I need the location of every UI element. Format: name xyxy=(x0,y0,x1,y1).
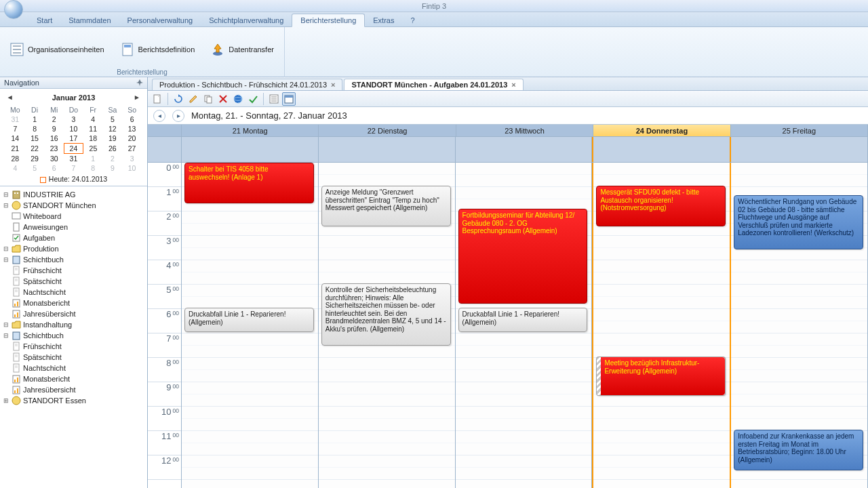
tree-node[interactable]: ⊟Schichtbuch xyxy=(1,254,146,265)
close-tab-button[interactable]: × xyxy=(511,81,515,89)
calendar-day[interactable]: 10 xyxy=(122,163,142,173)
tree-node[interactable]: Whiteboard xyxy=(1,211,146,222)
calendar-day[interactable]: 3 xyxy=(64,115,83,124)
edit-button[interactable] xyxy=(186,92,200,106)
allday-band[interactable] xyxy=(456,137,593,162)
tree-node[interactable]: Monatsbericht xyxy=(1,373,146,384)
calendar-event[interactable]: Anzeige Meldung "Grenzwert überschritten… xyxy=(321,186,451,226)
calendar-day[interactable]: 3 xyxy=(122,154,142,164)
calendar-day[interactable]: 20 xyxy=(122,134,142,144)
calendar-day[interactable]: 1 xyxy=(25,115,45,124)
tree-expander[interactable]: ⊟ xyxy=(3,202,9,209)
calendar-day[interactable]: 16 xyxy=(44,134,64,144)
calendar-day[interactable]: 2 xyxy=(103,154,123,164)
calendar-event[interactable]: Messgerät SFDU90 defekt - bitte Austausc… xyxy=(596,186,726,226)
calendar-day[interactable]: 7 xyxy=(64,163,83,173)
calendar-day[interactable]: 2 xyxy=(44,115,64,124)
calendar-day[interactable]: 7 xyxy=(5,124,25,134)
ribbon-tab-schichtplanverwaltung[interactable]: Schichtplanverwaltung xyxy=(201,14,292,26)
report-definition-button[interactable]: Berichtsdefinition xyxy=(116,40,200,59)
allday-band[interactable] xyxy=(592,137,731,162)
calendar-day[interactable]: 31 xyxy=(64,154,83,164)
tree-node[interactable]: ⊟INDUSTRIE AG xyxy=(1,189,146,200)
calendar-day[interactable]: 1 xyxy=(83,154,103,164)
list-view-button[interactable] xyxy=(267,92,281,106)
calendar-event[interactable]: Wöchentlicher Rundgang von Gebäude 02 bi… xyxy=(734,195,863,249)
tree-expander[interactable]: ⊞ xyxy=(3,397,9,404)
allday-band[interactable] xyxy=(731,137,868,162)
close-tab-button[interactable]: × xyxy=(331,81,335,89)
prev-week-button[interactable]: ◂ xyxy=(153,110,165,122)
calendar-day[interactable]: 9 xyxy=(44,124,64,134)
new-button[interactable] xyxy=(151,92,164,106)
calendar-day[interactable]: 27 xyxy=(122,144,142,154)
calendar-day[interactable]: 28 xyxy=(5,154,25,164)
copy-button[interactable] xyxy=(201,92,215,106)
tree-node[interactable]: ⊟STANDORT München xyxy=(1,200,146,211)
ribbon-tab-start[interactable]: Start xyxy=(28,14,60,26)
tree-node[interactable]: Frühschicht xyxy=(1,341,146,352)
calendar-grid[interactable]: 21 Montag22 Dienstag23 Mittwoch24 Donner… xyxy=(148,125,868,488)
calendar-event[interactable]: Druckabfall Linie 1 - Reparieren! (Allge… xyxy=(184,308,314,332)
calendar-day[interactable]: 29 xyxy=(25,154,45,164)
calendar-day[interactable]: 31 xyxy=(5,115,25,124)
calendar-day[interactable]: 10 xyxy=(64,124,83,134)
tree-expander[interactable]: ⊟ xyxy=(3,321,9,328)
calendar-day[interactable]: 19 xyxy=(103,134,123,144)
check-button[interactable] xyxy=(246,92,260,106)
ribbon-tab-extras[interactable]: Extras xyxy=(365,14,402,26)
tree-node[interactable]: Frühschicht xyxy=(1,265,146,276)
calendar-event[interactable]: Fortbildungsseminar für Abteilung 12/ Ge… xyxy=(458,209,588,304)
calendar-day[interactable]: 15 xyxy=(25,134,45,144)
calendar-day[interactable]: 8 xyxy=(25,124,45,134)
day-header[interactable]: 25 Freitag xyxy=(731,125,868,136)
calendar-event[interactable]: Infoabend zur Krankenkasse an jedem erst… xyxy=(734,430,863,470)
tree-node[interactable]: Aufgaben xyxy=(1,232,146,243)
calendar-day[interactable]: 17 xyxy=(64,134,83,144)
refresh-button[interactable] xyxy=(172,92,185,106)
ribbon-tab-stammdaten[interactable]: Stammdaten xyxy=(60,14,119,26)
pin-icon[interactable] xyxy=(136,79,143,86)
day-header[interactable]: 23 Mittwoch xyxy=(456,125,593,136)
calendar-day[interactable]: 6 xyxy=(44,163,64,173)
allday-band[interactable] xyxy=(319,137,456,162)
tree-node[interactable]: ⊟Instandhaltung xyxy=(1,319,146,330)
calendar-day[interactable]: 12 xyxy=(103,124,123,134)
day-header[interactable]: 24 Donnerstag xyxy=(593,125,730,136)
app-orb-button[interactable] xyxy=(4,0,23,19)
ribbon-tab-personalverwaltung[interactable]: Personalverwaltung xyxy=(119,14,201,26)
document-tab[interactable]: Produktion - Schichtbuch - Frühschicht 2… xyxy=(152,79,342,90)
calendar-day[interactable]: 25 xyxy=(83,144,103,154)
calendar-day[interactable]: 22 xyxy=(25,144,45,154)
calendar-day[interactable]: 18 xyxy=(83,134,103,144)
org-units-button[interactable]: Organisationseinheiten xyxy=(5,40,109,59)
document-tab[interactable]: STANDORT München - Aufgaben 24.01.2013× xyxy=(344,79,523,90)
day-header[interactable]: 22 Dienstag xyxy=(319,125,456,136)
tree-node[interactable]: Jahresübersicht xyxy=(1,308,146,319)
calendar-day[interactable]: 13 xyxy=(122,124,142,134)
calendar-day[interactable]: 4 xyxy=(5,163,25,173)
calendar-day[interactable]: 14 xyxy=(5,134,25,144)
calendar-view-button[interactable] xyxy=(282,92,296,106)
calendar-day[interactable]: 24 xyxy=(64,144,83,154)
tree-node[interactable]: ⊞STANDORT Essen xyxy=(1,395,146,406)
ribbon-tab-berichterstellung[interactable]: Berichterstellung xyxy=(292,14,365,27)
calendar-day[interactable]: 9 xyxy=(103,163,123,173)
globe-button[interactable] xyxy=(231,92,245,106)
day-header[interactable]: 21 Montag xyxy=(182,125,319,136)
allday-band[interactable] xyxy=(182,137,319,162)
tree-node[interactable]: Nachtschicht xyxy=(1,363,146,373)
calendar-day[interactable]: 26 xyxy=(103,144,123,154)
calendar-day[interactable]: 11 xyxy=(83,124,103,134)
tree-expander[interactable]: ⊟ xyxy=(3,332,9,339)
tree-expander[interactable]: ⊟ xyxy=(3,245,9,252)
tree-expander[interactable]: ⊟ xyxy=(3,191,9,198)
calendar-day[interactable]: 8 xyxy=(83,163,103,173)
calendar-event[interactable]: Druckabfall Linie 1 - Reparieren! (Allge… xyxy=(458,308,588,332)
today-link[interactable]: Heute: 24.01.2013 xyxy=(5,175,142,183)
tree-node[interactable]: Spätschicht xyxy=(1,276,146,287)
calendar-day[interactable]: 30 xyxy=(44,154,64,164)
tree-node[interactable]: Nachtschicht xyxy=(1,287,146,298)
tree-node[interactable]: ⊟Produktion xyxy=(1,243,146,254)
next-month-button[interactable]: ▸ xyxy=(132,93,142,102)
